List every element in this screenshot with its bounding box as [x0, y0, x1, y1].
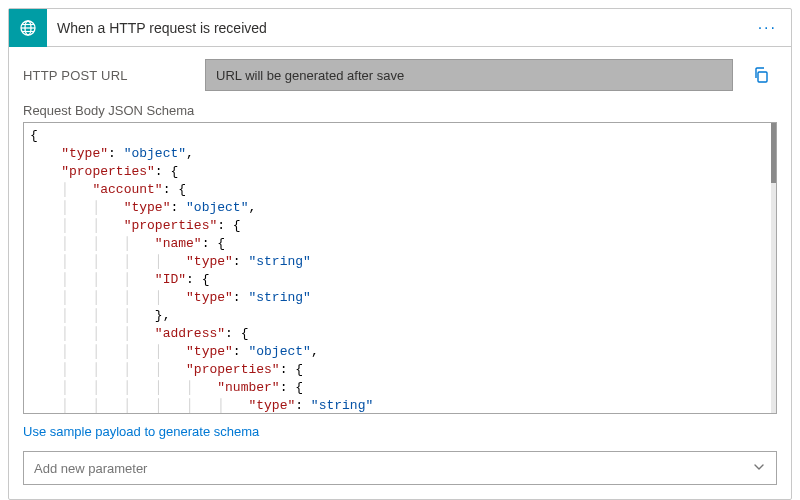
url-placeholder-text: URL will be generated after save [216, 68, 404, 83]
schema-editor[interactable]: { "type": "object", "properties": { │ "a… [23, 122, 777, 414]
http-globe-icon [9, 9, 47, 47]
svg-rect-5 [758, 72, 767, 82]
copy-url-button[interactable] [745, 59, 777, 91]
url-row: HTTP POST URL URL will be generated afte… [23, 59, 777, 91]
sample-payload-link[interactable]: Use sample payload to generate schema [23, 424, 777, 439]
card-menu-button[interactable]: ··· [752, 19, 783, 37]
add-parameter-placeholder: Add new parameter [34, 461, 147, 476]
card-header: When a HTTP request is received ··· [9, 9, 791, 47]
card-body: HTTP POST URL URL will be generated afte… [9, 47, 791, 499]
add-parameter-dropdown[interactable]: Add new parameter [23, 451, 777, 485]
card-title: When a HTTP request is received [57, 20, 752, 36]
chevron-down-icon [752, 460, 766, 477]
schema-label: Request Body JSON Schema [23, 103, 777, 118]
url-label: HTTP POST URL [23, 68, 193, 83]
scrollbar-thumb[interactable] [771, 123, 776, 183]
schema-code[interactable]: { "type": "object", "properties": { │ "a… [24, 123, 776, 414]
scrollbar-track[interactable] [771, 123, 776, 413]
http-request-card: When a HTTP request is received ··· HTTP… [8, 8, 792, 500]
url-readonly-field: URL will be generated after save [205, 59, 733, 91]
